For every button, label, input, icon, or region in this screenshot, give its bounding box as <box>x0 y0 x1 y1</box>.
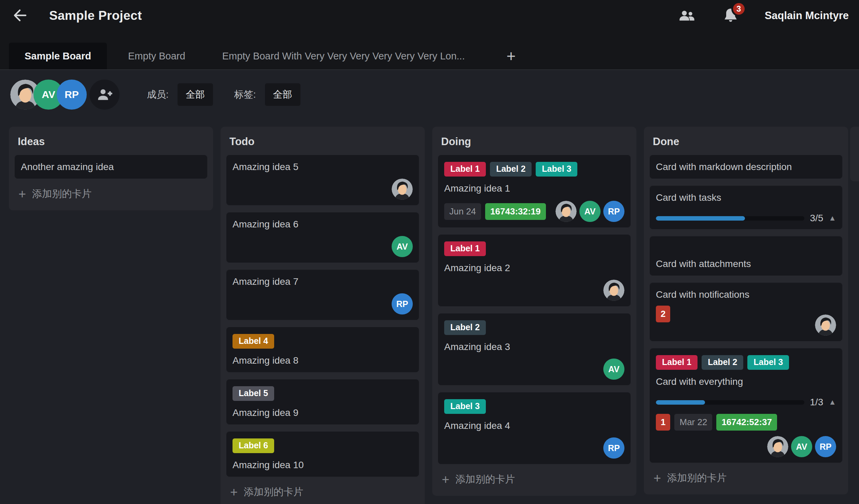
card-title: Amazing idea 2 <box>444 262 624 274</box>
user-photo-illustration <box>555 201 577 222</box>
card-label: Label 3 <box>536 162 577 177</box>
tab-empty-board-long[interactable]: Empty Board With Very Very Very Very Ver… <box>207 43 481 69</box>
card-avatars: AVRP <box>656 436 836 457</box>
collapse-caret-icon[interactable]: ▲ <box>829 214 836 223</box>
card[interactable]: Amazing idea 6AV <box>226 212 419 263</box>
due-date-badge: Jun 24 <box>444 203 481 220</box>
card[interactable]: Amazing idea 5 <box>226 155 419 206</box>
card-labels: Label 1Label 2Label 3 <box>656 355 836 370</box>
card[interactable]: Another amazing idea <box>14 155 208 179</box>
column-header: Ideas <box>9 127 213 155</box>
card-avatars <box>815 314 836 336</box>
card[interactable]: Card with markdown description <box>649 155 843 179</box>
add-card-label: 添加别的卡片 <box>667 471 727 485</box>
top-section: Sample Project <box>0 0 859 70</box>
card-meta-row: 1Mar 2216742:52:37 <box>656 414 836 431</box>
card-list: Card with markdown descriptionCard with … <box>644 155 848 463</box>
notification-count-badge: 3 <box>731 1 746 16</box>
column-title[interactable]: Ideas <box>18 136 45 148</box>
card-title: Another amazing idea <box>21 160 201 173</box>
card-title: Amazing idea 3 <box>444 340 624 353</box>
notifications-button[interactable]: 3 <box>721 6 740 25</box>
card-labels: Label 2 <box>444 320 624 335</box>
add-card-button[interactable]: +添加别的卡片 <box>644 463 848 494</box>
project-title: Sample Project <box>49 9 142 23</box>
card[interactable]: Amazing idea 7RP <box>226 269 419 320</box>
card[interactable]: Label 4Amazing idea 8 <box>226 327 419 373</box>
column-done: DoneCard with markdown descriptionCard w… <box>644 127 848 494</box>
card-avatars: AVRP <box>555 201 624 222</box>
card-title: Card with everything <box>656 375 836 388</box>
user-menu[interactable]: Saqlain Mcintyre <box>765 10 849 22</box>
card-avatars <box>233 179 413 200</box>
card-label: Label 4 <box>233 334 274 349</box>
card[interactable]: Label 1Label 2Label 3Amazing idea 1Jun 2… <box>438 155 631 228</box>
card[interactable]: Card with notifications2 <box>649 282 843 341</box>
card[interactable]: Label 5Amazing idea 9 <box>226 379 419 425</box>
card-title: Amazing idea 1 <box>444 182 624 195</box>
members-filter-label: 成员: <box>147 88 169 101</box>
column-doing: DoingLabel 1Label 2Label 3Amazing idea 1… <box>432 127 636 496</box>
collapse-caret-icon[interactable]: ▲ <box>829 398 836 407</box>
task-count: 1/3 <box>810 397 823 408</box>
task-progress-bar <box>656 400 804 405</box>
plus-icon: + <box>653 472 661 485</box>
labels-filter-value[interactable]: 全部 <box>265 83 300 106</box>
user-photo-illustration <box>767 436 788 457</box>
column-header: Doing <box>432 127 636 155</box>
tab-sample-board[interactable]: Sample Board <box>9 43 107 69</box>
card[interactable]: Label 3Amazing idea 4RP <box>438 392 631 464</box>
card-avatars: AV <box>444 359 624 380</box>
card-label: Label 6 <box>233 438 274 453</box>
project-members-button[interactable] <box>677 6 696 25</box>
card-labels: Label 6 <box>233 438 413 453</box>
photo-avatar <box>392 179 413 200</box>
task-progress-bar <box>656 216 804 221</box>
members-filter-value[interactable]: 全部 <box>178 83 213 106</box>
add-member-button[interactable] <box>89 80 119 110</box>
add-card-button[interactable]: +添加别的卡片 <box>432 464 636 496</box>
column-title[interactable]: Done <box>653 136 679 148</box>
card-avatars: RP <box>444 437 624 459</box>
avatar-rp: RP <box>815 436 836 457</box>
due-date-badge: Mar 22 <box>674 414 712 431</box>
photo-avatar <box>815 314 836 336</box>
add-board-button[interactable]: + <box>496 43 526 69</box>
card-title: Card with markdown description <box>656 160 836 173</box>
card-avatars: RP <box>233 293 413 314</box>
column-title[interactable]: Doing <box>441 136 471 148</box>
photo-avatar <box>555 201 577 222</box>
card-labels: Label 4 <box>233 334 413 349</box>
task-progress: 1/3▲ <box>656 397 836 408</box>
timer-badge: 16742:52:37 <box>716 414 777 431</box>
notification-count-badge: 1 <box>656 414 670 431</box>
card-label: Label 1 <box>444 241 486 256</box>
card[interactable]: Label 1Label 2Label 3Card with everythin… <box>649 348 843 463</box>
card[interactable]: Card with attachments <box>649 236 843 276</box>
card-label: Label 3 <box>444 399 486 414</box>
next-list-partial[interactable] <box>850 127 859 181</box>
user-photo-illustration <box>815 314 836 336</box>
add-card-button[interactable]: +添加别的卡片 <box>221 477 425 504</box>
card[interactable]: Label 1Amazing idea 2 <box>438 234 631 307</box>
tab-empty-board[interactable]: Empty Board <box>112 43 201 69</box>
task-progress: 3/5▲ <box>656 213 836 224</box>
card[interactable]: Label 2Amazing idea 3AV <box>438 313 631 386</box>
card-title: Amazing idea 9 <box>233 406 413 419</box>
card[interactable]: Card with tasks3/5▲ <box>649 185 843 229</box>
labels-filter-label: 标签: <box>234 88 256 101</box>
add-card-button[interactable]: +添加别的卡片 <box>9 179 213 210</box>
column-title[interactable]: Todo <box>229 136 254 148</box>
avatar-rp[interactable]: RP <box>57 80 87 110</box>
back-button[interactable] <box>10 6 29 25</box>
card-avatars: AV <box>233 236 413 257</box>
notification-count-badge: 2 <box>656 306 670 322</box>
labels-filter: 标签: 全部 <box>234 83 300 106</box>
add-card-label: 添加别的卡片 <box>244 485 303 499</box>
card-title: Amazing idea 4 <box>444 419 624 432</box>
user-photo-illustration <box>603 280 624 301</box>
photo-avatar <box>603 280 624 301</box>
card[interactable]: Label 6Amazing idea 10 <box>226 431 419 477</box>
users-icon <box>678 6 696 25</box>
card-label: Label 2 <box>702 355 743 370</box>
